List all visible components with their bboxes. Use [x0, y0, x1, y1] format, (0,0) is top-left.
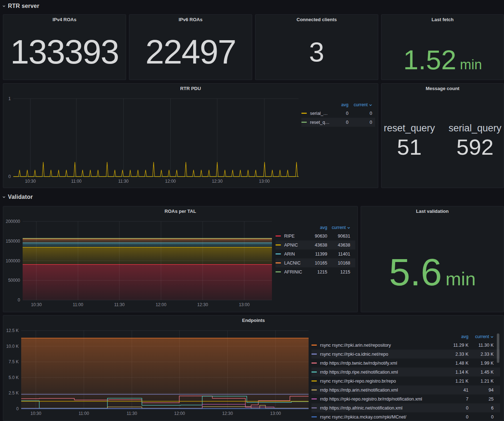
series-current-value: 11401 [327, 252, 350, 257]
series-label[interactable]: reset_query [310, 120, 330, 125]
svg-text:12:00: 12:00 [156, 302, 166, 307]
legend-row[interactable]: rsync rsync://rpki.arin.net/repository11… [311, 341, 500, 350]
svg-text:13:00: 13:00 [239, 302, 250, 307]
series-current-value: 0 [468, 415, 494, 420]
svg-text:1: 1 [8, 96, 11, 101]
series-label[interactable]: rrdp https://rrdp.twnic.tw/rrdp/notify.x… [320, 361, 445, 366]
legend-row[interactable]: reset_query00 [301, 118, 375, 127]
panel-title-rtr-pdu[interactable]: RTR PDU [3, 84, 378, 93]
panel-title-message-count[interactable]: Message count [382, 84, 504, 93]
series-avg-value: 90630 [306, 234, 327, 239]
rtr-pdu-legend: avgcurrent serial_query00reset_query00 [301, 93, 375, 188]
svg-text:13:00: 13:00 [259, 179, 270, 184]
legend-row[interactable]: rrdp https://rrdp.arin.net/notification.… [311, 385, 500, 394]
svg-text:5.0 K: 5.0 K [9, 375, 19, 380]
legend-row[interactable]: serial_query00 [301, 109, 375, 118]
legend-row[interactable]: LACNIC1016510168 [276, 258, 355, 267]
series-avg-value: 2.33 K [445, 352, 468, 357]
series-current-value: 1215 [327, 270, 350, 275]
series-current-value: 1.99 K [468, 361, 494, 366]
connected-clients-value: 3 [309, 38, 324, 66]
svg-text:11:00: 11:00 [73, 302, 83, 307]
series-label[interactable]: AFRINIC [284, 270, 306, 275]
svg-text:7.5 K: 7.5 K [9, 359, 19, 364]
series-label[interactable]: rrdp https://rrdp.arin.net/notification.… [320, 388, 445, 393]
svg-text:10:30: 10:30 [25, 179, 36, 184]
series-color-indicator [311, 389, 317, 390]
series-label[interactable]: rsync rsync://rpki.arin.net/repository [320, 343, 445, 348]
series-color-indicator [276, 271, 281, 272]
legend-row[interactable]: rrdp https://rrdp.afrinic.net/notificati… [311, 403, 500, 412]
legend-row[interactable]: rsync rsync://rpki-repo.registro.br/repo… [311, 376, 500, 385]
series-avg-value: 1215 [306, 270, 327, 275]
series-avg-value: 41 [445, 388, 468, 393]
svg-text:100000: 100000 [6, 258, 20, 263]
grafana-dashboard: RTR server IPv4 ROAs 133393 IPv6 ROAs 22… [0, 0, 504, 421]
ipv4-roas-value: 133393 [10, 35, 119, 69]
legend-sort-current[interactable]: current [348, 102, 372, 107]
series-label[interactable]: rrdp https://rrdp.afrinic.net/notificati… [320, 406, 445, 411]
legend-row[interactable]: rsync rsync://rpkica.mckay.com/rpki/MCne… [311, 412, 500, 421]
legend-scrollbar[interactable] [497, 333, 499, 363]
series-label[interactable]: ARIN [284, 252, 306, 257]
series-label[interactable]: rsync rsync://rpki-repo.registro.br/repo [320, 379, 445, 384]
legend-sort-avg[interactable]: avg [306, 225, 327, 230]
panel-title-last-validation[interactable]: Last validation [361, 206, 504, 216]
series-avg-value: 0 [445, 406, 468, 411]
series-current-value: 25 [468, 397, 494, 402]
series-label[interactable]: rrdp https://rrdp.ripe.net/notification.… [320, 370, 445, 375]
section-title: RTR server [8, 3, 39, 9]
series-label[interactable]: rsync rsync://rpkica.mckay.com/rpki/MCne… [320, 415, 445, 420]
stat-value: 51 [397, 136, 422, 158]
panel-ipv4-roas: IPv4 ROAs 133393 [3, 14, 126, 80]
panel-title-clients[interactable]: Connected clients [255, 15, 378, 24]
legend-sort-avg[interactable]: avg [445, 334, 468, 339]
series-avg-value: 0 [330, 120, 348, 125]
series-color-indicator [301, 113, 307, 114]
stat-value: 592 [457, 136, 494, 158]
series-avg-value: 43638 [306, 243, 327, 248]
stat-serial-query: serial_query 592 [449, 123, 501, 158]
panel-title-ipv6[interactable]: IPv6 ROAs [129, 15, 252, 24]
series-color-indicator [311, 407, 317, 408]
series-avg-value: 10165 [306, 261, 327, 266]
series-label[interactable]: rsync rsync://rpki-ca.idnic.net/repo [320, 352, 445, 357]
last-validation-unit: min [445, 270, 476, 288]
svg-text:12:30: 12:30 [197, 302, 208, 307]
panel-message-count: Message count reset_query 51 serial_quer… [381, 83, 504, 188]
series-label[interactable]: LACNIC [284, 261, 306, 266]
series-label[interactable]: serial_query [310, 111, 330, 116]
series-current-value: 10168 [327, 261, 350, 266]
legend-row[interactable]: rsync rsync://rpki-ca.idnic.net/repo2.33… [311, 350, 500, 359]
series-color-indicator [301, 122, 307, 123]
legend-row[interactable]: ARIN1139911401 [276, 249, 355, 258]
rtr-pdu-chart-canvas[interactable]: 10:3011:0011:3012:0012:3013:0001 [3, 93, 301, 188]
stat-label: serial_query [449, 123, 501, 134]
legend-row[interactable]: APNIC4363843638 [276, 240, 355, 249]
svg-text:12:00: 12:00 [174, 411, 185, 416]
series-color-indicator [311, 398, 317, 399]
legend-row[interactable]: AFRINIC12151215 [276, 267, 355, 276]
panel-title-endpoints[interactable]: Endpoints [3, 315, 504, 325]
legend-sort-current[interactable]: current [327, 225, 350, 230]
series-label[interactable]: rrdp https://rpki-repo.registro.br/rrdp/… [320, 397, 445, 402]
series-label[interactable]: APNIC [284, 243, 306, 248]
svg-text:0: 0 [8, 174, 11, 179]
legend-sort-avg[interactable]: avg [330, 102, 348, 107]
legend-row[interactable]: RIPE9063090631 [276, 231, 355, 240]
legend-row[interactable]: rrdp https://rpki-repo.registro.br/rrdp/… [311, 394, 500, 403]
legend-sort-current[interactable]: current [468, 334, 494, 339]
panel-title-roas[interactable]: ROAs per TAL [3, 206, 357, 216]
svg-text:13:00: 13:00 [270, 411, 281, 416]
roas-chart-canvas[interactable]: 10:3011:0011:3012:0012:3013:000500001000… [3, 216, 276, 312]
legend-row[interactable]: rrdp https://rrdp.twnic.tw/rrdp/notify.x… [311, 359, 500, 368]
series-label[interactable]: RIPE [284, 234, 306, 239]
svg-text:12:30: 12:30 [222, 411, 233, 416]
panel-connected-clients: Connected clients 3 [255, 14, 378, 80]
legend-row[interactable]: rrdp https://rrdp.ripe.net/notification.… [311, 368, 500, 376]
section-rtr-server[interactable]: RTR server [2, 3, 39, 9]
panel-title-last-fetch[interactable]: Last fetch [382, 15, 504, 24]
section-validator[interactable]: Validator [2, 194, 33, 200]
endpoints-chart-canvas[interactable]: 10:3011:0011:3012:0012:3013:0002.5 K5.0 … [3, 325, 311, 421]
panel-title-ipv4[interactable]: IPv4 ROAs [3, 15, 126, 24]
